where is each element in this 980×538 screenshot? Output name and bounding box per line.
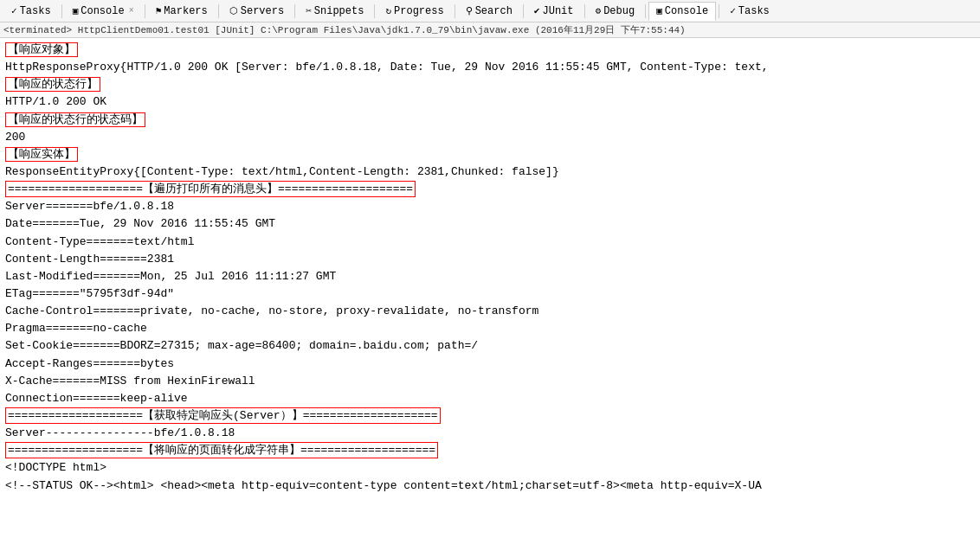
- console-line-25: <!--STATUS OK--><html> <head><meta http-…: [5, 477, 975, 495]
- debug-tab-icon: ⚙: [596, 5, 602, 16]
- console-line-3: HTTP/1.0 200 OK: [5, 93, 975, 111]
- junit-tab[interactable]: ✔JUnit: [526, 2, 582, 21]
- tasks-tab-1-icon: ✓: [11, 5, 17, 16]
- tab-separator-6: [523, 4, 524, 18]
- tab-separator-5: [455, 4, 455, 18]
- divider-box-8: ====================【遍历打印所有的消息头】========…: [5, 181, 416, 197]
- markers-tab-icon: ⚑: [156, 5, 162, 16]
- console-line-24: <!DOCTYPE html>: [5, 459, 975, 477]
- console-line-16: Pragma=======no-cache: [5, 320, 975, 337]
- console-tab-1-close[interactable]: ×: [129, 6, 134, 16]
- console-line-20: Connection=======keep-alive: [5, 390, 975, 407]
- console-line-21: ====================【获取特定响应头(Server）】===…: [5, 407, 975, 425]
- search-tab-icon: ⚲: [466, 5, 473, 16]
- markers-tab[interactable]: ⚑Markers: [148, 2, 216, 21]
- tab-separator-3: [294, 4, 295, 18]
- console-tab-2-label: Console: [665, 5, 708, 17]
- snippets-tab[interactable]: ✂Snippets: [298, 2, 371, 21]
- label-box-6: 【响应实体】: [5, 147, 78, 162]
- tasks-tab-1-label: Tasks: [20, 5, 51, 17]
- console-line-8: ====================【遍历打印所有的消息头】========…: [5, 181, 975, 198]
- tasks-tab-1[interactable]: ✓Tasks: [3, 2, 59, 21]
- console-line-22: Server----------------bfe/1.0.8.18: [5, 425, 975, 442]
- console-line-13: Last-Modified=======Mon, 25 Jul 2016 11:…: [5, 268, 975, 285]
- console-tab-2-icon: ▣: [656, 5, 662, 16]
- label-box-4: 【响应的状态行的状态码】: [5, 112, 145, 127]
- divider-box-23: ====================【将响应的页面转化成字符串】======…: [5, 442, 438, 458]
- console-line-1: HttpResponseProxy{HTTP/1.0 200 OK [Serve…: [5, 59, 975, 76]
- console-line-15: Cache-Control=======private, no-cache, n…: [5, 303, 975, 320]
- tab-bar: ✓Tasks▣Console×⚑Markers⬡Servers✂Snippets…: [0, 0, 980, 22]
- servers-tab-icon: ⬡: [229, 5, 238, 16]
- console-tab-1[interactable]: ▣Console×: [65, 2, 142, 21]
- console-line-19: X-Cache=======MISS from HexinFirewall: [5, 373, 975, 390]
- console-tab-2[interactable]: ▣Console: [648, 2, 716, 21]
- progress-tab-label: Progress: [394, 5, 444, 17]
- divider-box-21: ====================【获取特定响应头(Server）】===…: [5, 407, 441, 424]
- label-box-2: 【响应的状态行】: [5, 77, 100, 92]
- progress-tab[interactable]: ↻Progress: [377, 2, 451, 21]
- junit-tab-icon: ✔: [534, 5, 540, 16]
- console-tab-1-icon: ▣: [73, 5, 79, 16]
- console-output: 【响应对象】HttpResponseProxy{HTTP/1.0 200 OK …: [0, 38, 980, 536]
- console-line-14: ETag======="5795f3df-94d": [5, 285, 975, 303]
- search-tab[interactable]: ⚲Search: [458, 2, 520, 21]
- markers-tab-label: Markers: [164, 5, 207, 17]
- progress-tab-icon: ↻: [385, 5, 391, 16]
- console-line-12: Content-Length=======2381: [5, 251, 975, 268]
- servers-tab-label: Servers: [241, 5, 284, 17]
- tab-separator-4: [374, 4, 375, 18]
- tab-separator-9: [719, 4, 719, 18]
- label-box-0: 【响应对象】: [5, 42, 78, 57]
- console-line-2: 【响应的状态行】: [5, 76, 975, 93]
- status-bar: <terminated> HttpClientDemo01.test01 [JU…: [0, 22, 980, 38]
- debug-tab-label: Debug: [603, 5, 635, 17]
- console-tab-1-label: Console: [81, 5, 124, 17]
- snippets-tab-icon: ✂: [306, 5, 312, 16]
- console-line-23: ====================【将响应的页面转化成字符串】======…: [5, 442, 975, 459]
- console-line-9: Server=======bfe/1.0.8.18: [5, 198, 975, 215]
- console-line-17: Set-Cookie=======BDORZ=27315; max-age=86…: [5, 337, 975, 355]
- snippets-tab-label: Snippets: [314, 5, 364, 17]
- debug-tab[interactable]: ⚙Debug: [588, 2, 643, 21]
- junit-tab-label: JUnit: [542, 5, 573, 17]
- console-line-10: Date=======Tue, 29 Nov 2016 11:55:45 GMT: [5, 215, 975, 233]
- tasks-tab-2-label: Tasks: [738, 5, 770, 17]
- search-tab-label: Search: [475, 5, 513, 17]
- tab-separator-8: [645, 4, 646, 18]
- toolbar: ✓Tasks▣Console×⚑Markers⬡Servers✂Snippets…: [0, 0, 980, 22]
- servers-tab[interactable]: ⬡Servers: [222, 2, 292, 21]
- tab-separator-1: [145, 4, 145, 18]
- tab-separator-7: [584, 4, 585, 18]
- console-line-6: 【响应实体】: [5, 146, 975, 163]
- console-line-4: 【响应的状态行的状态码】: [5, 112, 975, 129]
- tab-separator-0: [61, 4, 62, 18]
- tasks-tab-2-icon: ✓: [730, 5, 736, 16]
- console-line-11: Content-Type=======text/html: [5, 234, 975, 251]
- console-line-18: Accept-Ranges=======bytes: [5, 355, 975, 373]
- tasks-tab-2[interactable]: ✓Tasks: [722, 2, 777, 21]
- console-line-5: 200: [5, 129, 975, 146]
- console-line-7: ResponseEntityProxy{[Content-Type: text/…: [5, 163, 975, 181]
- console-line-0: 【响应对象】: [5, 42, 975, 59]
- tab-separator-2: [218, 4, 219, 18]
